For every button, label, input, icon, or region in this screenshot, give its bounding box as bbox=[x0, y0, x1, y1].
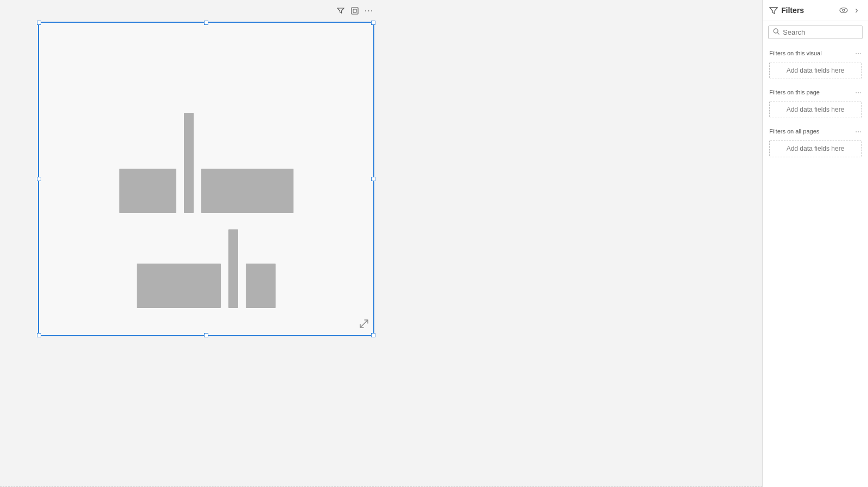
visual-toolbar: ··· bbox=[335, 5, 374, 16]
filter-section-all-pages: Filters on all pages ··· Add data fields… bbox=[763, 121, 868, 161]
main-canvas: ··· bbox=[0, 0, 762, 487]
svg-point-3 bbox=[774, 29, 778, 33]
filter-section-visual-more[interactable]: ··· bbox=[855, 49, 861, 57]
chart-area bbox=[39, 23, 373, 335]
resize-handle-bottom-left[interactable] bbox=[37, 333, 41, 337]
bar-2 bbox=[184, 113, 194, 213]
add-data-fields-all-pages-button[interactable]: Add data fields here bbox=[769, 140, 861, 157]
filter-section-page-more[interactable]: ··· bbox=[855, 88, 861, 97]
filters-arrow-icon[interactable]: › bbox=[852, 5, 861, 15]
resize-handle-middle-left[interactable] bbox=[37, 177, 41, 181]
resize-handle-top-right[interactable] bbox=[371, 21, 375, 25]
resize-handle-bottom-center[interactable] bbox=[204, 333, 208, 337]
filters-title-group: Filters bbox=[769, 6, 804, 15]
bar-3 bbox=[201, 169, 293, 213]
filter-section-visual-header: Filters on this visual ··· bbox=[769, 49, 861, 57]
filter-section-all-pages-title: Filters on all pages bbox=[769, 128, 819, 134]
visual-container: ··· bbox=[38, 22, 374, 336]
filters-panel-title: Filters bbox=[781, 6, 804, 15]
more-options-icon[interactable]: ··· bbox=[363, 5, 374, 16]
filter-section-page-title: Filters on this page bbox=[769, 89, 820, 95]
add-data-fields-page-button[interactable]: Add data fields here bbox=[769, 101, 861, 118]
add-data-fields-visual-button[interactable]: Add data fields here bbox=[769, 62, 861, 79]
filters-header-actions: › bbox=[839, 5, 861, 15]
search-box[interactable] bbox=[768, 25, 863, 39]
filter-section-visual-title: Filters on this visual bbox=[769, 50, 822, 56]
svg-rect-0 bbox=[352, 8, 358, 14]
resize-handle-bottom-right[interactable] bbox=[371, 333, 375, 337]
bar-1 bbox=[119, 169, 176, 213]
bar-6 bbox=[246, 264, 276, 308]
svg-line-4 bbox=[778, 33, 780, 35]
filter-section-page-header: Filters on this page ··· bbox=[769, 88, 861, 97]
filter-section-page: Filters on this page ··· Add data fields… bbox=[763, 82, 868, 121]
filter-section-all-pages-header: Filters on all pages ··· bbox=[769, 127, 861, 136]
filters-eye-icon[interactable] bbox=[839, 5, 848, 15]
filters-panel: Filters › Filters on this visual ··· bbox=[762, 0, 868, 487]
filters-header: Filters › bbox=[763, 0, 868, 21]
resize-icon[interactable] bbox=[359, 319, 369, 331]
visual-border bbox=[38, 22, 374, 336]
filter-section-visual: Filters on this visual ··· Add data fiel… bbox=[763, 43, 868, 82]
search-input[interactable] bbox=[783, 28, 858, 36]
svg-point-2 bbox=[843, 9, 845, 11]
resize-handle-top-center[interactable] bbox=[204, 21, 208, 25]
filter-section-all-pages-more[interactable]: ··· bbox=[855, 127, 861, 136]
search-icon bbox=[773, 28, 780, 36]
bar-group bbox=[119, 34, 293, 324]
filters-panel-icon bbox=[769, 6, 778, 15]
svg-point-1 bbox=[840, 8, 847, 13]
focus-mode-icon[interactable] bbox=[349, 5, 360, 16]
bar-5 bbox=[228, 229, 238, 308]
bar-4 bbox=[137, 264, 221, 308]
filter-toolbar-icon[interactable] bbox=[335, 5, 346, 16]
resize-handle-top-left[interactable] bbox=[37, 21, 41, 25]
resize-handle-middle-right[interactable] bbox=[371, 177, 375, 181]
